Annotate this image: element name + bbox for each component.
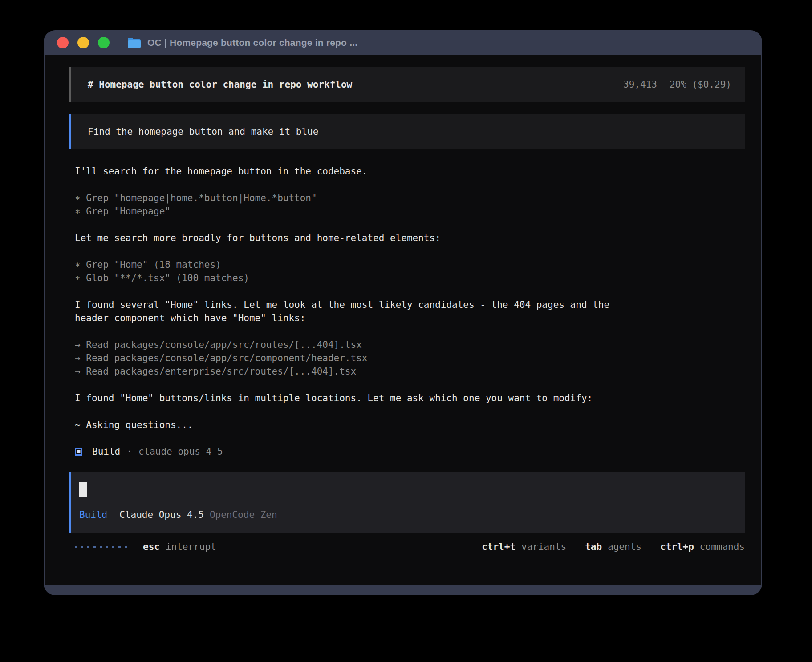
tool-call-grep: ∗ Grep "homepage|home.*button|Home.*butt…: [75, 191, 631, 205]
input-model-label[interactable]: Claude Opus 4.5: [119, 508, 204, 521]
prompt-input[interactable]: Build Claude Opus 4.5 OpenCode Zen: [69, 472, 745, 533]
window-title-area: OC | Homepage button color change in rep…: [127, 37, 357, 48]
input-provider-label: OpenCode Zen: [210, 508, 277, 521]
shortcut-commands: ctrl+p commands: [660, 540, 745, 553]
terminal-content: # Homepage button color change in repo w…: [45, 55, 761, 585]
terminal-window: OC | Homepage button color change in rep…: [44, 30, 762, 595]
tool-call-grep: ∗ Grep "Home" (18 matches): [75, 258, 631, 271]
user-message-text: Find the homepage button and make it blu…: [88, 126, 318, 137]
tool-call-glob: ∗ Glob "**/*.tsx" (100 matches): [75, 271, 631, 285]
interrupt-key: esc: [143, 540, 160, 553]
shortcut-agents: tab agents: [585, 540, 641, 553]
input-footer: Build Claude Opus 4.5 OpenCode Zen: [79, 508, 731, 521]
traffic-lights: [57, 37, 110, 48]
folder-icon: [127, 37, 141, 48]
conversation: I'll search for the homepage button in t…: [69, 165, 745, 458]
agent-status-row: Build · claude-opus-4-5: [75, 445, 745, 458]
assistant-text: I found "Home" buttons/links in multiple…: [75, 392, 631, 405]
window-titlebar[interactable]: OC | Homepage button color change in rep…: [44, 30, 762, 55]
session-title: # Homepage button color change in repo w…: [88, 78, 352, 91]
tool-call-read: → Read packages/console/app/src/routes/[…: [75, 338, 631, 351]
working-status: ~ Asking questions...: [75, 418, 631, 432]
assistant-text: Let me search more broadly for buttons a…: [75, 231, 631, 245]
session-header: # Homepage button color change in repo w…: [69, 67, 745, 102]
interrupt-label: interrupt: [166, 540, 216, 553]
separator-dot: ·: [126, 445, 132, 458]
agent-model: claude-opus-4-5: [138, 445, 223, 458]
token-count: 39,413: [623, 78, 657, 91]
user-message: Find the homepage button and make it blu…: [69, 114, 745, 149]
tool-call-grep: ∗ Grep "Homepage": [75, 205, 631, 218]
agent-build-icon: [75, 448, 82, 456]
session-meta: 39,413 20% ($0.29): [623, 78, 731, 91]
tool-call-read: → Read packages/enterprise/src/routes/[.…: [75, 365, 631, 378]
assistant-text: I'll search for the homepage button in t…: [75, 165, 631, 178]
spinner-dots: [75, 546, 127, 548]
shortcut-variants: ctrl+t variants: [482, 540, 566, 553]
minimize-button[interactable]: [77, 37, 89, 48]
close-button[interactable]: [57, 37, 69, 48]
shortcut-hints: ctrl+t variants tab agents ctrl+p comman…: [482, 540, 745, 553]
status-bar: esc interrupt ctrl+t variants tab agents…: [69, 540, 745, 553]
assistant-text: I found several "Home" links. Let me loo…: [75, 298, 631, 325]
tool-call-read: → Read packages/console/app/src/componen…: [75, 351, 631, 365]
text-cursor: [79, 482, 87, 497]
input-agent-label[interactable]: Build: [79, 508, 107, 521]
agent-name: Build: [92, 445, 120, 458]
zoom-button[interactable]: [98, 37, 110, 48]
context-cost: 20% ($0.29): [670, 78, 731, 91]
window-title: OC | Homepage button color change in rep…: [147, 37, 357, 48]
